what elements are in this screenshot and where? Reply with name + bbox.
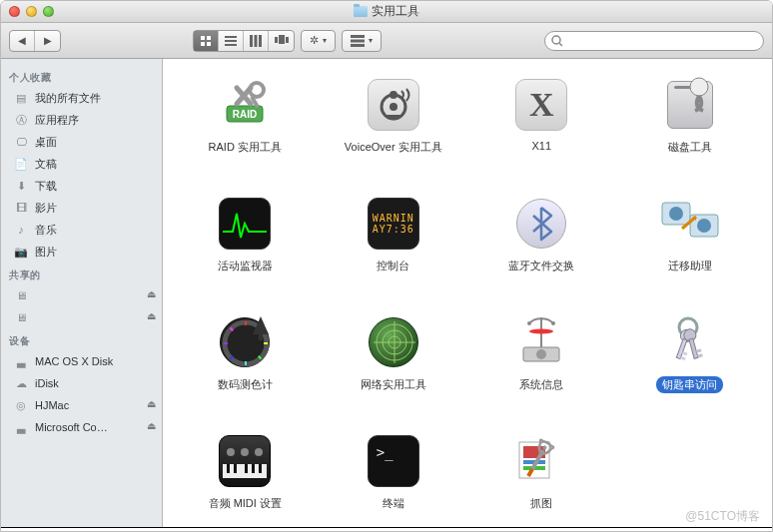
sidebar-item[interactable]: ▃Microsoft Co…⏏	[1, 416, 162, 438]
app-network[interactable]: 网络实用工具	[320, 314, 468, 393]
bluetooth-icon	[513, 196, 569, 252]
sidebar-item[interactable]: 🖵桌面	[1, 131, 162, 153]
chevron-right-icon: ▶	[44, 35, 52, 46]
sidebar-item[interactable]: ☁iDisk	[1, 372, 162, 394]
coverflow-view-button[interactable]	[269, 31, 294, 51]
optical-disc-icon: ◎	[13, 397, 29, 413]
coverflow-view-icon	[275, 35, 289, 47]
svg-rect-6	[225, 44, 237, 46]
app-label: 系统信息	[513, 376, 569, 393]
app-label: RAID 实用工具	[203, 139, 288, 156]
app-label: 控制台	[371, 258, 415, 274]
close-window-button[interactable]	[9, 6, 20, 17]
app-label: VoiceOver 实用工具	[339, 139, 448, 156]
sidebar-item[interactable]: Ⓐ应用程序	[1, 109, 162, 131]
app-x11[interactable]: XX11	[467, 77, 616, 156]
eject-icon[interactable]: ⏏	[147, 398, 156, 409]
column-view-button[interactable]	[244, 31, 269, 51]
app-migration[interactable]: 迁移助理	[616, 196, 765, 274]
sidebar-item[interactable]: 🎞影片	[1, 197, 162, 219]
app-label: 磁盘工具	[662, 139, 718, 156]
music-icon: ♪	[13, 222, 29, 238]
svg-rect-0	[201, 36, 205, 40]
chevron-down-icon: ▾	[369, 36, 373, 45]
app-activity[interactable]: 活动监视器	[171, 196, 320, 274]
app-label: 钥匙串访问	[656, 376, 723, 393]
eject-icon[interactable]: ⏏	[147, 420, 156, 431]
sidebar-item[interactable]: 🖥⏏	[1, 284, 162, 306]
svg-rect-64	[252, 464, 255, 473]
app-console[interactable]: WARNINAY7:36控制台	[320, 196, 468, 274]
column-view-icon	[250, 35, 262, 47]
console-icon: WARNINAY7:36	[366, 196, 421, 252]
app-raid[interactable]: RAIDRAID 实用工具	[171, 77, 320, 156]
keychain-icon	[662, 314, 718, 370]
app-bluetooth[interactable]: 蓝牙文件交换	[467, 196, 616, 274]
action-menu-button[interactable]: ✲ ▾	[301, 30, 336, 52]
icon-view-button[interactable]	[194, 31, 219, 51]
app-label: 网络实用工具	[355, 376, 432, 393]
svg-rect-10	[275, 37, 278, 43]
svg-rect-5	[225, 40, 237, 42]
search-field-wrap	[544, 31, 764, 51]
svg-point-48	[527, 321, 531, 325]
svg-rect-2	[201, 42, 205, 46]
network-utility-icon	[366, 314, 421, 370]
icons-view-icon	[200, 35, 212, 47]
idisk-icon: ☁	[13, 375, 29, 391]
sidebar-item[interactable]: 📄文稿	[1, 153, 162, 175]
sidebar-item[interactable]: ⬇下载	[1, 175, 162, 197]
svg-point-49	[551, 321, 555, 325]
app-grab[interactable]: 抓图	[467, 433, 616, 512]
sidebar-item-label: HJMac	[35, 399, 69, 411]
pictures-icon: 📷	[13, 244, 29, 260]
chevron-left-icon: ◀	[18, 35, 26, 46]
app-diskutil[interactable]: 磁盘工具	[616, 77, 765, 156]
svg-rect-57	[689, 338, 698, 358]
svg-point-16	[552, 36, 560, 44]
svg-rect-54	[682, 351, 688, 356]
svg-rect-15	[351, 44, 365, 47]
arrange-menu-button[interactable]: ▾	[342, 30, 382, 52]
app-label: 活动监视器	[212, 258, 279, 274]
app-sysinfo[interactable]: 系统信息	[467, 314, 616, 393]
svg-rect-9	[259, 35, 262, 47]
eject-icon[interactable]: ⏏	[147, 288, 156, 299]
app-terminal[interactable]: >_终端	[320, 433, 468, 512]
sidebar-item[interactable]: 📷图片	[1, 241, 162, 263]
folder-icon	[354, 6, 368, 17]
sidebar-item[interactable]: 🖥⏏	[1, 306, 162, 328]
shared-computer-icon: 🖥	[13, 287, 29, 303]
sidebar-item[interactable]: ◎HJMac⏏	[1, 394, 162, 416]
svg-rect-3	[207, 42, 211, 46]
sidebar-item[interactable]: ▃MAC OS X Disk	[1, 350, 162, 372]
digital-color-meter-icon	[217, 314, 273, 370]
app-label: 迁移助理	[662, 258, 718, 274]
svg-point-27	[669, 207, 683, 221]
app-label: 音频 MIDI 设置	[203, 495, 288, 512]
zoom-window-button[interactable]	[43, 6, 54, 17]
sidebar-item-label: 应用程序	[35, 113, 79, 128]
disk-utility-icon	[662, 77, 718, 133]
app-colorimeter[interactable]: 数码测色计	[171, 314, 320, 393]
sidebar-item-label: 我的所有文件	[35, 91, 101, 106]
minimize-window-button[interactable]	[26, 6, 37, 17]
svg-rect-1	[207, 36, 211, 40]
sidebar-item[interactable]: ▤我的所有文件	[1, 87, 162, 109]
svg-point-25	[690, 78, 708, 96]
sidebar-section-header: 设备	[1, 328, 162, 350]
svg-rect-62	[234, 464, 237, 473]
app-voiceover[interactable]: VoiceOver 实用工具	[320, 77, 468, 156]
app-audio-midi[interactable]: 音频 MIDI 设置	[171, 433, 320, 512]
app-keychain[interactable]: 钥匙串访问	[616, 314, 765, 393]
svg-point-24	[389, 91, 397, 99]
svg-point-50	[529, 329, 553, 334]
eject-icon[interactable]: ⏏	[147, 310, 156, 321]
traffic-lights	[1, 6, 54, 17]
svg-rect-12	[286, 37, 289, 43]
back-button[interactable]: ◀	[10, 31, 35, 51]
forward-button[interactable]: ▶	[35, 31, 60, 51]
search-input[interactable]	[544, 31, 764, 51]
list-view-button[interactable]	[219, 31, 244, 51]
sidebar-item[interactable]: ♪音乐	[1, 219, 162, 241]
